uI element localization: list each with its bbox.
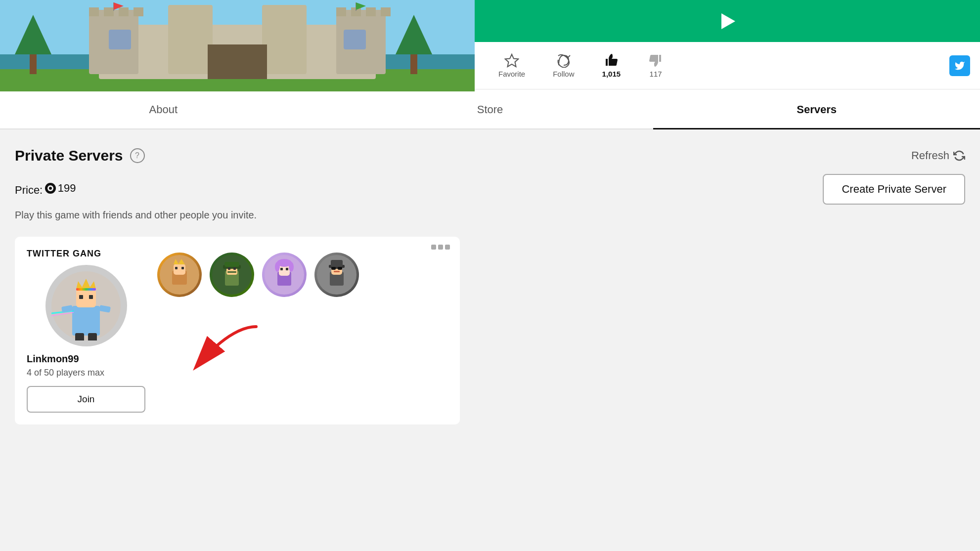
svg-rect-6 xyxy=(168,5,213,74)
tab-store[interactable]: Store xyxy=(327,91,654,129)
refresh-label: Refresh xyxy=(911,149,949,162)
svg-rect-47 xyxy=(174,264,185,275)
right-panel: Favorite Follow 1,015 xyxy=(475,0,980,91)
svg-rect-58 xyxy=(227,271,236,273)
follow-button[interactable]: Follow xyxy=(539,49,588,82)
player-avatar-4[interactable] xyxy=(314,253,359,297)
dot-3 xyxy=(445,245,450,250)
price-label: Price: xyxy=(15,184,43,196)
thumbs-down-button[interactable]: 117 xyxy=(634,49,677,82)
server-group-label: TWITTER GANG xyxy=(27,249,101,259)
svg-rect-73 xyxy=(338,267,342,270)
server-player-count: 4 of 50 players max xyxy=(27,368,104,378)
svg-rect-35 xyxy=(79,295,83,299)
server-players-list xyxy=(157,249,448,413)
svg-rect-57 xyxy=(233,267,236,270)
svg-point-31 xyxy=(49,187,52,190)
svg-marker-27 xyxy=(721,13,735,29)
create-private-server-button[interactable]: Create Private Server xyxy=(823,174,965,205)
server-owner-avatar xyxy=(45,265,127,346)
favorite-button[interactable]: Favorite xyxy=(485,49,539,82)
annotation-arrow xyxy=(167,317,448,383)
section-title: Private Servers xyxy=(15,147,123,164)
game-thumbnail xyxy=(0,0,475,91)
server-description: Play this game with friends and other pe… xyxy=(15,210,965,221)
svg-rect-66 xyxy=(286,268,288,270)
svg-rect-14 xyxy=(366,7,376,16)
server-owner-name: Linkmon99 xyxy=(27,353,79,365)
svg-rect-10 xyxy=(119,7,129,16)
svg-rect-17 xyxy=(109,30,131,49)
join-server-button[interactable]: Join xyxy=(27,386,145,413)
svg-rect-7 xyxy=(262,5,307,74)
svg-rect-18 xyxy=(344,30,366,49)
price-row: Price: 199 Create Private Server xyxy=(15,174,965,205)
svg-rect-55 xyxy=(224,262,239,267)
section-header: Private Servers ? Refresh xyxy=(15,147,965,164)
thumbs-up-button[interactable]: 1,015 xyxy=(588,49,635,82)
twitter-button[interactable] xyxy=(949,55,970,76)
svg-rect-16 xyxy=(208,44,267,79)
tab-about[interactable]: About xyxy=(0,91,327,129)
svg-rect-49 xyxy=(175,267,178,269)
svg-rect-12 xyxy=(336,7,346,16)
svg-rect-33 xyxy=(72,306,100,336)
svg-rect-71 xyxy=(331,260,343,267)
favorite-label: Favorite xyxy=(498,70,525,78)
main-content: Private Servers ? Refresh Price: xyxy=(0,129,980,475)
svg-rect-50 xyxy=(181,267,184,269)
svg-rect-36 xyxy=(89,295,93,299)
svg-rect-75 xyxy=(334,271,340,272)
dot-2 xyxy=(438,245,443,250)
svg-rect-56 xyxy=(228,267,230,270)
server-info-left: TWITTER GANG xyxy=(27,249,145,413)
tab-servers[interactable]: Servers xyxy=(653,91,980,129)
svg-rect-43 xyxy=(75,333,84,340)
server-card: TWITTER GANG xyxy=(15,237,460,424)
help-icon[interactable]: ? xyxy=(130,148,145,163)
svg-rect-8 xyxy=(89,7,99,16)
svg-rect-72 xyxy=(331,267,336,270)
svg-point-64 xyxy=(289,262,294,272)
svg-rect-65 xyxy=(280,268,283,270)
section-title-row: Private Servers ? xyxy=(15,147,145,164)
dot-1 xyxy=(431,245,436,250)
refresh-button[interactable]: Refresh xyxy=(911,149,965,162)
player-avatar-2[interactable] xyxy=(210,253,254,297)
server-options-menu[interactable] xyxy=(431,245,450,250)
thumbs-down-count: 117 xyxy=(650,70,662,78)
svg-point-63 xyxy=(275,262,280,272)
svg-rect-38 xyxy=(76,288,96,291)
svg-rect-44 xyxy=(88,333,97,340)
svg-rect-9 xyxy=(104,7,114,16)
tabs-bar: About Store Servers xyxy=(0,91,980,129)
player-avatar-1[interactable] xyxy=(157,253,202,297)
svg-rect-15 xyxy=(381,7,391,16)
svg-rect-11 xyxy=(134,7,143,16)
follow-label: Follow xyxy=(553,70,574,78)
players-grid xyxy=(157,253,448,297)
top-section: Favorite Follow 1,015 xyxy=(0,0,980,91)
action-row: Favorite Follow 1,015 xyxy=(475,42,980,89)
svg-marker-28 xyxy=(505,54,519,67)
price-display: Price: 199 xyxy=(15,182,76,197)
play-button[interactable] xyxy=(475,0,980,42)
player-avatar-3[interactable] xyxy=(262,253,307,297)
thumbs-up-count: 1,015 xyxy=(602,70,621,78)
price-value: 199 xyxy=(45,184,76,196)
